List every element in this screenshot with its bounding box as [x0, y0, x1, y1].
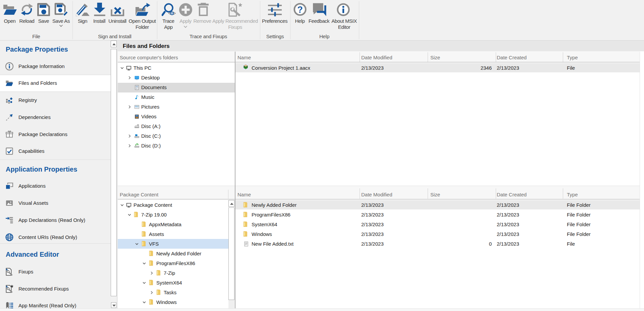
- svg-text:?: ?: [297, 5, 303, 15]
